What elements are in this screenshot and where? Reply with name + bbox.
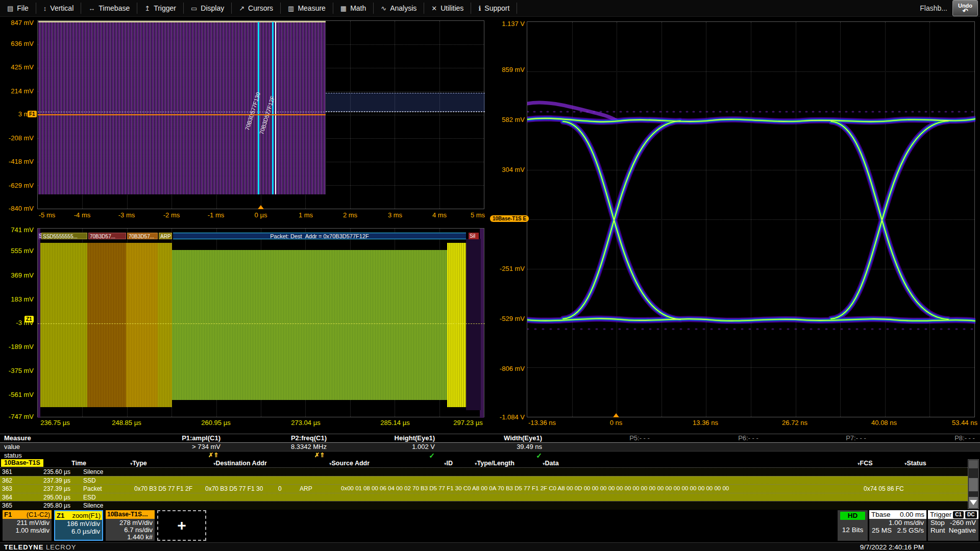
descriptor-f1-source: (C1-C2) [27, 510, 50, 519]
decode-header-dest[interactable]: ▾Destination Addr [213, 460, 267, 467]
measure-p7-header[interactable]: P7:- - - [846, 434, 866, 442]
f1-xlabel: 5 ms [471, 211, 485, 219]
display-icon: ▭ [191, 5, 197, 12]
add-trace-button[interactable]: + [157, 510, 206, 541]
calculator-icon: ▦ [340, 5, 347, 12]
measure-p3-value: 1.002 V [412, 443, 435, 450]
decode-cell-fcs: 0x74 05 86 FC [864, 485, 904, 492]
eye-ylabel: -806 mV [492, 365, 525, 372]
measure-p6-header[interactable]: P6:- - - [738, 434, 758, 442]
z1-xlabel: 248.85 µs [112, 419, 141, 427]
hd-bits-label: 12 Bits [838, 526, 868, 534]
eye-diagram-trace [527, 22, 975, 418]
eye-xlabel: -13.36 ns [528, 419, 556, 427]
menu-trigger-label: Trigger [154, 4, 176, 12]
plot-eye-grid[interactable] [527, 21, 975, 417]
scrollbar-up-button[interactable] [969, 460, 978, 468]
decode-row-361[interactable]: 361 235.60 µs Silence [0, 467, 968, 476]
decode-row-362[interactable]: 362 237.39 µs SSD [0, 476, 968, 485]
plus-icon: + [177, 517, 186, 534]
f1-ylabel: 636 mV [1, 40, 34, 47]
menu-analysis[interactable]: ∿Analysis [374, 3, 424, 14]
flashback-label[interactable]: Flashb... [920, 4, 947, 12]
f1-level-badge[interactable]: F1 [28, 111, 37, 117]
z1-seg-destaddr: 70B3D57... [88, 233, 126, 239]
measure-p3-status-icon: ✓ [429, 452, 435, 460]
z1-arp-overlay [158, 243, 172, 407]
z1-seg-packet[interactable]: Packet: Dest_Addr = 0x70B3D577F12F [173, 233, 466, 239]
f1-ylabel: 214 mV [1, 88, 34, 95]
f1-zoom-highlight-band[interactable] [326, 93, 485, 112]
descriptor-z1[interactable]: Z1 zoom(F1) 186 mV/div 6.0 µs/div [54, 510, 103, 541]
decode-header-type[interactable]: ▾Type [130, 460, 147, 467]
menu-file[interactable]: ▤File [0, 3, 36, 14]
timebase-box[interactable]: Tbase 0.00 ms 1.00 ms/div 25 MS 2.5 GS/s [869, 510, 926, 541]
decode-cell-dest: 0x70 B3 D5 77 F1 2F [134, 485, 192, 492]
decode-header-time[interactable]: Time [71, 460, 86, 467]
menu-timebase[interactable]: ↔Timebase [81, 3, 137, 14]
decode-cell-src: 0x70 B3 D5 77 F1 30 [205, 485, 263, 492]
measure-p1-header[interactable]: P1:ampl(C1) [182, 434, 220, 442]
z1-ylabel: 741 mV [1, 227, 34, 234]
z1-ylabel: -375 mV [1, 367, 34, 374]
decode-protocol-badge[interactable]: 10Base-T1S [1, 459, 43, 467]
z1-xlabel: 260.95 µs [201, 419, 230, 427]
measure-value-row: value > 734 mV 8.3342 MHz 1.002 V 39.49 … [0, 443, 980, 452]
menu-cursors[interactable]: ↗Cursors [232, 3, 281, 14]
measure-p4-status-icon: ✓ [536, 452, 542, 460]
decode-table: 10Base-T1S Time ▾Type ▾Destination Addr … [0, 459, 980, 510]
eye-xlabel: 53.44 ns [952, 419, 977, 427]
menu-measure[interactable]: ▥Measure [281, 3, 333, 14]
timebase-memory: 25 MS [872, 527, 892, 534]
f1-trigger-position-marker[interactable] [258, 205, 264, 209]
plot-f1-grid[interactable]: 70B3D577F130 70B3D577F12F [37, 20, 484, 209]
menu-support[interactable]: ℹSupport [471, 3, 517, 14]
descriptor-z1-id: Z1 [57, 511, 64, 520]
decode-scrollbar[interactable] [968, 459, 979, 509]
decode-cell-time: 237.39 µs [43, 477, 70, 484]
menu-support-label: Support [484, 4, 509, 12]
measure-p3-header[interactable]: Height(Eye1) [395, 434, 435, 442]
menu-display[interactable]: ▭Display [184, 3, 232, 14]
decode-header-fcs[interactable]: ▾FCS [857, 460, 873, 467]
hd-badge: HD [840, 512, 865, 520]
descriptor-z1-hscale: 6.0 µs/div [57, 528, 100, 536]
descriptor-serial-count: 1.440 k# [108, 534, 153, 541]
f1-xlabel: 3 ms [388, 211, 402, 219]
measure-p5-header[interactable]: P5:- - - [629, 434, 650, 442]
measure-p8-header[interactable]: P8:- - - [954, 434, 975, 442]
tools-icon: ✕ [431, 5, 437, 12]
menu-math[interactable]: ▦Math [333, 3, 374, 14]
eye-ylabel: -529 mV [492, 315, 525, 322]
decode-row-365[interactable]: 365 295.80 µs Silence [0, 501, 968, 510]
eye-source-badge[interactable]: 10Base-T1S E [490, 215, 529, 222]
f1-xlabel: 0 µs [255, 211, 267, 219]
descriptor-f1[interactable]: F1 (C1-C2) 211 mV/div 1.00 ms/div [3, 510, 52, 541]
menu-trigger[interactable]: ↥Trigger [137, 3, 184, 14]
z1-seg-srcaddr: 70B3D57... [127, 233, 158, 239]
plot-z1-grid[interactable]: S SSD5555555... 70B3D57... 70B3D57... AR… [37, 228, 484, 417]
decode-header-status[interactable]: ▾Status [904, 460, 926, 467]
descriptor-serial-decode[interactable]: 10Base-T1S… 278 mV/div 6.7 ns/div 1.440 … [106, 510, 155, 541]
z1-level-badge[interactable]: Z1 [24, 316, 34, 322]
undo-button[interactable]: Undo ↶ [952, 0, 978, 16]
decode-cell-num: 365 [2, 502, 12, 509]
measure-p4-header[interactable]: Width(Eye1) [504, 434, 542, 442]
acquisition-hd-box[interactable]: HD 12 Bits [838, 510, 868, 541]
decode-row-364[interactable]: 364 295.00 µs ESD [0, 493, 968, 502]
menu-vertical[interactable]: ↕Vertical [36, 3, 81, 14]
decode-header-id[interactable]: ▾ID [444, 460, 453, 467]
info-icon: ℹ [478, 5, 481, 12]
measure-p2-header[interactable]: P2:freq(C1) [291, 434, 327, 442]
trigger-channel-chip: C1 [953, 511, 964, 518]
measure-table: Measure P1:ampl(C1) P2:freq(C1) Height(E… [0, 434, 980, 460]
scrollbar-down-button[interactable] [969, 497, 978, 508]
decode-header-typelength[interactable]: ▾Type/Length [475, 460, 514, 467]
decode-cell-num: 363 [2, 485, 12, 492]
trigger-box[interactable]: Trigger C1 DC Stop -260 mV Runt Negative [928, 510, 978, 541]
decode-row-363[interactable]: 363 237.39 µs Packet 0x70 B3 D5 77 F1 2F… [0, 484, 968, 493]
scrollbar-thumb[interactable] [969, 478, 978, 491]
menu-utilities[interactable]: ✕Utilities [424, 3, 471, 14]
decode-header-src[interactable]: ▾Source Addr [329, 460, 370, 467]
decode-header-data[interactable]: ▾Data [543, 460, 559, 467]
